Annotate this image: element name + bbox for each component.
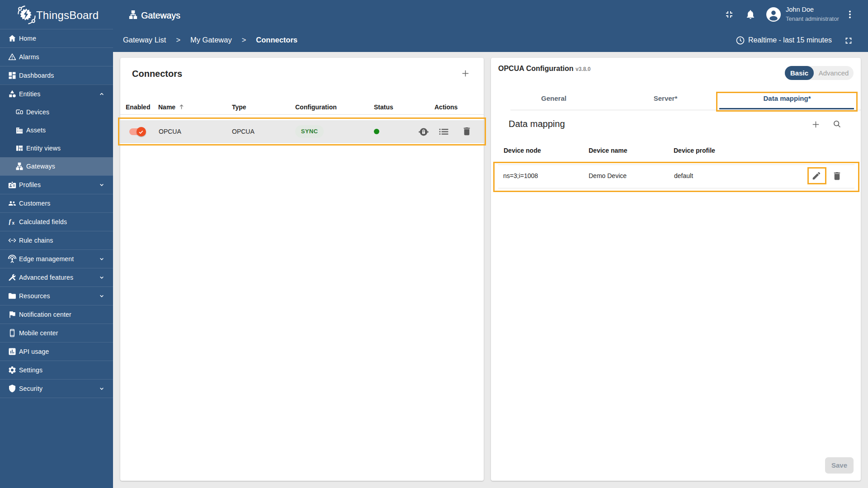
svg-text:x: x [12, 221, 15, 225]
svg-text:f: f [9, 218, 12, 225]
